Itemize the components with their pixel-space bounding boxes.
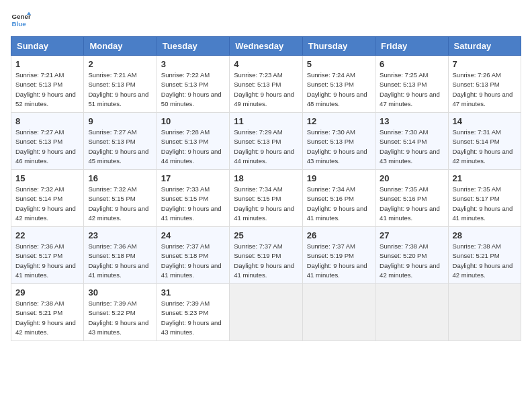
calendar-day-cell: 20Sunrise: 7:35 AMSunset: 5:16 PMDayligh… <box>375 170 448 227</box>
calendar-day-cell: 30Sunrise: 7:39 AMSunset: 5:22 PMDayligh… <box>84 284 157 341</box>
calendar-day-cell: 5Sunrise: 7:24 AMSunset: 5:13 PMDaylight… <box>302 56 375 113</box>
calendar-day-cell: 19Sunrise: 7:34 AMSunset: 5:16 PMDayligh… <box>302 170 375 227</box>
calendar-week-row: 22Sunrise: 7:36 AMSunset: 5:17 PMDayligh… <box>11 227 521 284</box>
header: General Blue <box>11 11 521 31</box>
day-info: Sunrise: 7:32 AMSunset: 5:15 PMDaylight:… <box>88 185 152 223</box>
day-info: Sunrise: 7:37 AMSunset: 5:19 PMDaylight:… <box>234 242 298 280</box>
day-info: Sunrise: 7:36 AMSunset: 5:18 PMDaylight:… <box>88 242 152 280</box>
calendar-day-cell: 14Sunrise: 7:31 AMSunset: 5:14 PMDayligh… <box>448 113 521 170</box>
day-info: Sunrise: 7:32 AMSunset: 5:14 PMDaylight:… <box>15 185 79 223</box>
calendar-day-cell: 31Sunrise: 7:39 AMSunset: 5:23 PMDayligh… <box>157 284 229 341</box>
calendar-day-cell: 29Sunrise: 7:38 AMSunset: 5:21 PMDayligh… <box>11 284 84 341</box>
day-info: Sunrise: 7:23 AMSunset: 5:13 PMDaylight:… <box>234 71 298 109</box>
calendar-day-cell: 28Sunrise: 7:38 AMSunset: 5:21 PMDayligh… <box>448 227 521 284</box>
day-info: Sunrise: 7:33 AMSunset: 5:15 PMDaylight:… <box>161 185 225 223</box>
day-info: Sunrise: 7:30 AMSunset: 5:13 PMDaylight:… <box>307 128 371 166</box>
logo-icon: General Blue <box>11 11 31 31</box>
calendar-day-cell: 7Sunrise: 7:26 AMSunset: 5:13 PMDaylight… <box>448 56 521 113</box>
calendar-day-cell: 24Sunrise: 7:37 AMSunset: 5:18 PMDayligh… <box>157 227 229 284</box>
calendar-day-cell: 2Sunrise: 7:21 AMSunset: 5:13 PMDaylight… <box>84 56 157 113</box>
day-info: Sunrise: 7:27 AMSunset: 5:13 PMDaylight:… <box>15 128 79 166</box>
calendar-day-cell: 9Sunrise: 7:27 AMSunset: 5:13 PMDaylight… <box>84 113 157 170</box>
logo: General Blue <box>11 11 31 31</box>
day-info: Sunrise: 7:36 AMSunset: 5:17 PMDaylight:… <box>15 242 79 280</box>
day-number: 31 <box>161 287 225 298</box>
day-info: Sunrise: 7:39 AMSunset: 5:22 PMDaylight:… <box>88 299 152 337</box>
day-number: 14 <box>453 116 517 126</box>
calendar-day-cell: 18Sunrise: 7:34 AMSunset: 5:15 PMDayligh… <box>230 170 302 227</box>
calendar-day-cell: 12Sunrise: 7:30 AMSunset: 5:13 PMDayligh… <box>302 113 375 170</box>
day-info: Sunrise: 7:34 AMSunset: 5:16 PMDaylight:… <box>307 185 371 223</box>
calendar-day-cell: 11Sunrise: 7:29 AMSunset: 5:13 PMDayligh… <box>230 113 302 170</box>
day-number: 6 <box>380 59 443 69</box>
day-number: 10 <box>161 116 225 126</box>
day-info: Sunrise: 7:35 AMSunset: 5:17 PMDaylight:… <box>453 185 517 223</box>
weekday-header-cell: Friday <box>375 37 448 56</box>
weekday-header-row: SundayMondayTuesdayWednesdayThursdayFrid… <box>11 37 521 56</box>
weekday-header-cell: Saturday <box>448 37 521 56</box>
day-info: Sunrise: 7:30 AMSunset: 5:14 PMDaylight:… <box>380 128 443 166</box>
day-number: 18 <box>234 173 298 183</box>
calendar-day-cell: 27Sunrise: 7:38 AMSunset: 5:20 PMDayligh… <box>375 227 448 284</box>
day-info: Sunrise: 7:38 AMSunset: 5:21 PMDaylight:… <box>453 242 517 280</box>
calendar-day-cell: 6Sunrise: 7:25 AMSunset: 5:13 PMDaylight… <box>375 56 448 113</box>
calendar-week-row: 8Sunrise: 7:27 AMSunset: 5:13 PMDaylight… <box>11 113 521 170</box>
day-number: 13 <box>380 116 443 126</box>
day-number: 3 <box>161 59 225 69</box>
calendar-day-cell: 26Sunrise: 7:37 AMSunset: 5:19 PMDayligh… <box>302 227 375 284</box>
day-info: Sunrise: 7:39 AMSunset: 5:23 PMDaylight:… <box>161 299 225 337</box>
calendar-body: 1Sunrise: 7:21 AMSunset: 5:13 PMDaylight… <box>11 56 521 341</box>
day-number: 7 <box>453 59 517 69</box>
day-number: 28 <box>453 230 517 240</box>
svg-text:Blue: Blue <box>12 20 27 28</box>
calendar-day-cell: 22Sunrise: 7:36 AMSunset: 5:17 PMDayligh… <box>11 227 84 284</box>
day-info: Sunrise: 7:22 AMSunset: 5:13 PMDaylight:… <box>161 71 225 109</box>
day-info: Sunrise: 7:35 AMSunset: 5:16 PMDaylight:… <box>380 185 443 223</box>
day-info: Sunrise: 7:34 AMSunset: 5:15 PMDaylight:… <box>234 185 298 223</box>
calendar-day-cell: 15Sunrise: 7:32 AMSunset: 5:14 PMDayligh… <box>11 170 84 227</box>
day-number: 21 <box>453 173 517 183</box>
day-number: 29 <box>15 287 79 298</box>
calendar-week-row: 29Sunrise: 7:38 AMSunset: 5:21 PMDayligh… <box>11 284 521 341</box>
calendar-day-cell: 1Sunrise: 7:21 AMSunset: 5:13 PMDaylight… <box>11 56 84 113</box>
day-number: 15 <box>15 173 79 183</box>
day-info: Sunrise: 7:25 AMSunset: 5:13 PMDaylight:… <box>380 71 443 109</box>
day-info: Sunrise: 7:37 AMSunset: 5:18 PMDaylight:… <box>161 242 225 280</box>
day-number: 4 <box>234 59 298 69</box>
day-info: Sunrise: 7:27 AMSunset: 5:13 PMDaylight:… <box>88 128 152 166</box>
day-number: 8 <box>15 116 79 126</box>
calendar-day-cell: 16Sunrise: 7:32 AMSunset: 5:15 PMDayligh… <box>84 170 157 227</box>
calendar-day-cell: 25Sunrise: 7:37 AMSunset: 5:19 PMDayligh… <box>230 227 302 284</box>
calendar-day-cell: 21Sunrise: 7:35 AMSunset: 5:17 PMDayligh… <box>448 170 521 227</box>
day-info: Sunrise: 7:31 AMSunset: 5:14 PMDaylight:… <box>453 128 517 166</box>
calendar-week-row: 15Sunrise: 7:32 AMSunset: 5:14 PMDayligh… <box>11 170 521 227</box>
day-number: 16 <box>88 173 152 183</box>
calendar-day-cell <box>302 284 375 341</box>
day-number: 1 <box>15 59 79 69</box>
day-number: 25 <box>234 230 298 240</box>
weekday-header-cell: Monday <box>84 37 157 56</box>
calendar-day-cell: 8Sunrise: 7:27 AMSunset: 5:13 PMDaylight… <box>11 113 84 170</box>
calendar-week-row: 1Sunrise: 7:21 AMSunset: 5:13 PMDaylight… <box>11 56 521 113</box>
day-number: 19 <box>307 173 371 183</box>
day-number: 22 <box>15 230 79 240</box>
calendar-day-cell <box>375 284 448 341</box>
day-info: Sunrise: 7:26 AMSunset: 5:13 PMDaylight:… <box>453 71 517 109</box>
calendar-day-cell: 3Sunrise: 7:22 AMSunset: 5:13 PMDaylight… <box>157 56 229 113</box>
day-number: 2 <box>88 59 152 69</box>
calendar-day-cell: 17Sunrise: 7:33 AMSunset: 5:15 PMDayligh… <box>157 170 229 227</box>
calendar-day-cell <box>448 284 521 341</box>
day-info: Sunrise: 7:38 AMSunset: 5:20 PMDaylight:… <box>380 242 443 280</box>
day-number: 9 <box>88 116 152 126</box>
weekday-header-cell: Wednesday <box>230 37 302 56</box>
day-number: 11 <box>234 116 298 126</box>
calendar-day-cell: 10Sunrise: 7:28 AMSunset: 5:13 PMDayligh… <box>157 113 229 170</box>
day-info: Sunrise: 7:37 AMSunset: 5:19 PMDaylight:… <box>307 242 371 280</box>
day-info: Sunrise: 7:38 AMSunset: 5:21 PMDaylight:… <box>15 299 79 337</box>
day-number: 30 <box>88 287 152 298</box>
day-number: 12 <box>307 116 371 126</box>
day-info: Sunrise: 7:28 AMSunset: 5:13 PMDaylight:… <box>161 128 225 166</box>
weekday-header-cell: Thursday <box>302 37 375 56</box>
calendar-day-cell <box>230 284 302 341</box>
day-number: 20 <box>380 173 443 183</box>
